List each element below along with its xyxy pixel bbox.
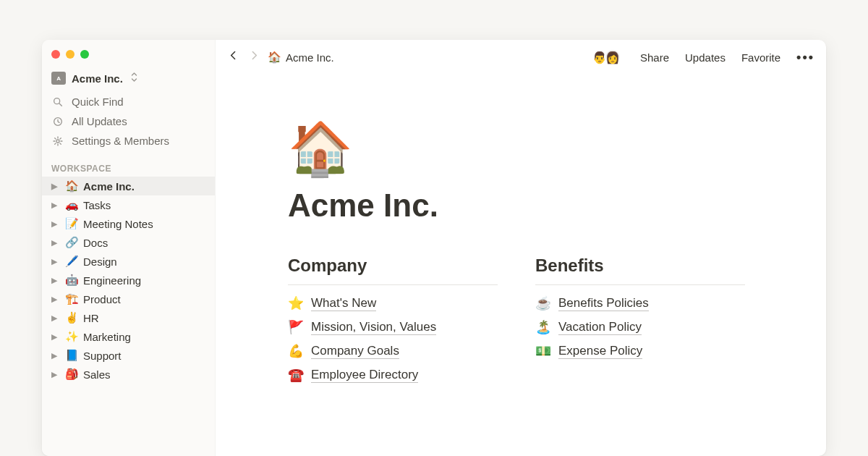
caret-right-icon: ▶ [51, 238, 60, 248]
page-icon[interactable]: 🏠 [288, 122, 826, 174]
sidebar-item[interactable]: ▶🖊️Design [42, 252, 215, 271]
sidebar-item[interactable]: ▶📘Support [42, 346, 215, 365]
workspace-icon: A [51, 72, 66, 85]
sidebar-item-label: Product [83, 293, 121, 305]
sidebar-item-label: Marketing [83, 331, 131, 343]
page-link[interactable]: 💵Expense Policy [535, 343, 745, 359]
page-link[interactable]: 🏝️Vacation Policy [535, 319, 745, 335]
page-emoji-icon: 📘 [64, 349, 79, 362]
page-content: 🏠 Acme Inc. Company⭐What's New🚩Mission, … [216, 72, 826, 391]
gear-icon [51, 135, 64, 147]
page-emoji-icon: ✌️ [64, 311, 79, 324]
collaborator-avatars[interactable]: 👨 👩 [591, 48, 621, 66]
sidebar-item[interactable]: ▶🏠Acme Inc. [42, 177, 215, 195]
sidebar-item[interactable]: ▶✌️HR [42, 308, 215, 327]
caret-right-icon: ▶ [51, 370, 60, 379]
sidebar-item[interactable]: ▶🔗Docs [42, 233, 215, 252]
page-emoji-icon: 🔗 [64, 236, 79, 249]
more-menu-button[interactable]: ••• [796, 50, 814, 65]
column-heading: Benefits [535, 256, 745, 285]
sidebar-item-label: Tasks [83, 199, 111, 211]
quick-find[interactable]: Quick Find [42, 92, 215, 111]
close-window-button[interactable] [51, 50, 60, 59]
avatar: 👩 [604, 48, 621, 66]
column-heading: Company [288, 256, 498, 285]
content-column: Benefits☕Benefits Policies🏝️Vacation Pol… [535, 256, 745, 391]
page-link[interactable]: ⭐What's New [288, 295, 498, 311]
content-column: Company⭐What's New🚩Mission, Vision, Valu… [288, 256, 498, 391]
page-emoji-icon: 🏠 [64, 180, 79, 193]
settings-members[interactable]: Settings & Members [42, 131, 215, 151]
link-label: What's New [311, 296, 376, 311]
workspace-section-label: WORKSPACE [42, 151, 215, 177]
page-link[interactable]: 🚩Mission, Vision, Values [288, 319, 498, 335]
sidebar-item[interactable]: ▶🏗️Product [42, 290, 215, 308]
sidebar-item[interactable]: ▶📝Meeting Notes [42, 214, 215, 233]
page-link[interactable]: ☎️Employee Directory [288, 367, 498, 383]
caret-right-icon: ▶ [51, 295, 60, 304]
sidebar: A Acme Inc. Quick Find All Updates Setti… [42, 40, 216, 456]
link-label: Company Goals [311, 344, 399, 359]
maximize-window-button[interactable] [80, 50, 89, 59]
link-emoji-icon: ☎️ [288, 367, 304, 383]
caret-right-icon: ▶ [51, 219, 60, 229]
clock-icon [51, 116, 64, 127]
svg-point-0 [54, 98, 60, 104]
sidebar-item[interactable]: ▶🚗Tasks [42, 195, 215, 214]
settings-label: Settings & Members [72, 135, 169, 147]
sidebar-item-label: Acme Inc. [83, 180, 135, 193]
all-updates[interactable]: All Updates [42, 111, 215, 131]
sidebar-item-label: Docs [83, 237, 108, 249]
favorite-button[interactable]: Favorite [741, 51, 780, 64]
sidebar-item-label: Sales [83, 368, 111, 381]
breadcrumb[interactable]: 🏠 Acme Inc. [268, 51, 334, 64]
link-emoji-icon: 💵 [535, 343, 551, 359]
link-emoji-icon: 💪 [288, 343, 304, 359]
caret-right-icon: ▶ [51, 351, 60, 360]
sidebar-item[interactable]: ▶✨Marketing [42, 327, 215, 346]
page-emoji-icon: ✨ [64, 330, 79, 343]
nav-arrows [227, 49, 260, 65]
sidebar-item-label: Support [83, 350, 122, 362]
link-emoji-icon: ⭐ [288, 295, 304, 311]
caret-right-icon: ▶ [51, 276, 60, 285]
sidebar-item-label: Design [83, 256, 117, 268]
sidebar-item[interactable]: ▶🎒Sales [42, 365, 215, 384]
chevron-updown-icon [130, 72, 138, 84]
updates-button[interactable]: Updates [685, 51, 726, 64]
page-title[interactable]: Acme Inc. [288, 187, 826, 224]
sidebar-item-label: Engineering [83, 274, 141, 287]
content-columns: Company⭐What's New🚩Mission, Vision, Valu… [288, 256, 826, 391]
quick-find-label: Quick Find [72, 96, 124, 108]
link-emoji-icon: ☕ [535, 295, 551, 311]
sidebar-item[interactable]: ▶🤖Engineering [42, 271, 215, 290]
link-label: Mission, Vision, Values [311, 320, 436, 335]
page-emoji-icon: 🚗 [64, 198, 79, 211]
forward-button[interactable] [248, 49, 260, 65]
caret-right-icon: ▶ [51, 200, 60, 210]
caret-right-icon: ▶ [51, 313, 60, 323]
workspace-switcher[interactable]: A Acme Inc. [42, 69, 215, 92]
link-label: Vacation Policy [558, 320, 642, 335]
traffic-lights [42, 47, 215, 69]
page-emoji-icon: 📝 [64, 217, 79, 230]
caret-right-icon: ▶ [51, 257, 60, 266]
page-link[interactable]: 💪Company Goals [288, 343, 498, 359]
link-emoji-icon: 🚩 [288, 319, 304, 335]
search-icon [51, 96, 64, 108]
main-area: 🏠 Acme Inc. 👨 👩 Share Updates Favorite •… [216, 40, 826, 456]
page-emoji-icon: 🤖 [64, 274, 79, 287]
caret-right-icon: ▶ [51, 182, 60, 191]
page-link[interactable]: ☕Benefits Policies [535, 295, 745, 311]
share-button[interactable]: Share [640, 51, 669, 64]
page-emoji-icon: 🏗️ [64, 292, 79, 305]
minimize-window-button[interactable] [66, 50, 75, 59]
workspace-name: Acme Inc. [72, 72, 123, 85]
sidebar-item-label: HR [83, 312, 99, 324]
link-label: Benefits Policies [558, 296, 649, 311]
page-emoji-icon: 🖊️ [64, 255, 79, 268]
caret-right-icon: ▶ [51, 332, 60, 342]
back-button[interactable] [227, 49, 239, 65]
all-updates-label: All Updates [72, 115, 127, 127]
topbar: 🏠 Acme Inc. 👨 👩 Share Updates Favorite •… [216, 40, 826, 72]
